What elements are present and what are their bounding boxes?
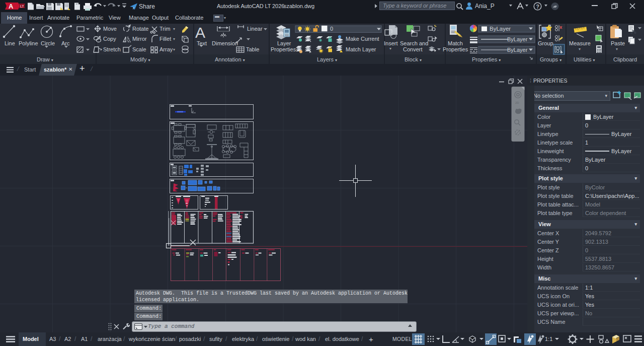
svg-text:2D: 2D [515, 101, 519, 104]
svg-text:A: A [9, 3, 14, 10]
svg-text:A: A [195, 24, 205, 41]
svg-text:0: 0 [330, 26, 333, 32]
svg-text:?: ? [536, 4, 539, 10]
svg-text:LT: LT [20, 5, 24, 8]
svg-text:ByLayer: ByLayer [507, 47, 528, 53]
svg-text:ByLayer: ByLayer [490, 26, 511, 32]
svg-text:Share: Share [139, 3, 155, 10]
svg-text:ByLayer: ByLayer [507, 36, 528, 42]
svg-text:1:1: 1:1 [545, 336, 552, 342]
